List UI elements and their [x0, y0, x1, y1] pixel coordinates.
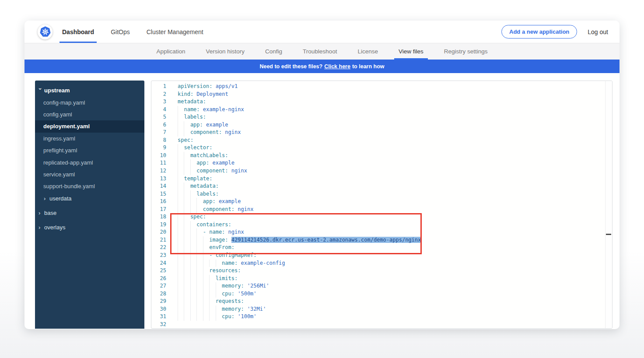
code-line-30[interactable]: 30 memory: '32Mi' [151, 305, 612, 313]
line-number: 19 [151, 221, 166, 229]
code-line-29[interactable]: 29 requests: [151, 298, 612, 305]
code-text: cpu: '500m' [178, 290, 257, 298]
code-line-10[interactable]: 10 matchLabels: [151, 152, 612, 160]
sub-nav-tabs: ApplicationVersion historyConfigTroubles… [24, 43, 620, 60]
code-line-11[interactable]: 11 app: example [151, 159, 612, 167]
code-text: cpu: '100m' [178, 313, 257, 321]
file-tree-item-userdata[interactable]: ›userdata [35, 193, 144, 204]
banner-text-suffix: to learn how [352, 63, 385, 70]
file-tree-item-support-bundle-yaml[interactable]: support-bundle.yaml [35, 180, 144, 192]
code-text: template: [178, 175, 212, 183]
line-number: 1 [151, 83, 166, 91]
code-line-6[interactable]: 6 app: example [151, 121, 612, 129]
editor-scrollbar[interactable] [605, 81, 612, 328]
kubernetes-logo-icon [38, 25, 52, 39]
line-number: 10 [151, 152, 166, 160]
code-line-16[interactable]: 16 app: example [151, 198, 612, 206]
code-line-18[interactable]: 18 spec: [151, 213, 612, 221]
chevron-right-icon: › [38, 224, 44, 231]
code-text: image: 429114214526.dkr.ecr.us-east-2.am… [178, 236, 422, 244]
code-line-23[interactable]: 23 - configMapRef: [151, 252, 612, 260]
code-line-14[interactable]: 14 metadata: [151, 183, 612, 190]
main-nav-tabs: DashboardGitOpsCluster Management [62, 21, 203, 43]
code-text: matchLabels: [178, 152, 228, 160]
code-line-15[interactable]: 15 labels: [151, 190, 612, 198]
code-line-24[interactable]: 24 name: example-config [151, 260, 612, 267]
sub-tab-application[interactable]: Application [156, 43, 185, 60]
file-tree-item-base[interactable]: ›base [35, 207, 144, 219]
code-line-26[interactable]: 26 limits: [151, 275, 612, 283]
code-line-17[interactable]: 17 component: nginx [151, 206, 612, 214]
code-line-20[interactable]: 20 - name: nginx [151, 228, 612, 236]
sub-tab-view-files[interactable]: View files [399, 43, 424, 60]
code-text: labels: [178, 113, 206, 121]
view-files-content: ›upstreamconfig-map.yamlconfig.yamldeplo… [24, 73, 620, 329]
code-line-9[interactable]: 9 selector: [151, 144, 612, 152]
selected-text: 429114214526.dkr.ecr.us-east-2.amazonaws… [231, 237, 421, 243]
code-line-12[interactable]: 12 component: nginx [151, 167, 612, 175]
logout-link[interactable]: Log out [588, 28, 608, 35]
nav-tab-dashboard[interactable]: Dashboard [62, 21, 94, 43]
code-line-1[interactable]: 1apiVersion: apps/v1 [151, 83, 612, 91]
code-line-13[interactable]: 13 template: [151, 175, 612, 183]
sub-tab-license[interactable]: License [357, 43, 378, 60]
file-tree-item-upstream[interactable]: ›upstream [35, 84, 144, 96]
code-text: name: example-nginx [178, 106, 244, 114]
code-line-3[interactable]: 3metadata: [151, 98, 612, 106]
scrollbar-cursor-marker [606, 234, 611, 235]
code-line-21[interactable]: 21 image: 429114214526.dkr.ecr.us-east-2… [151, 236, 612, 244]
code-line-2[interactable]: 2kind: Deployment [151, 91, 612, 98]
header-actions: Add a new application Log out [501, 21, 608, 43]
line-number: 7 [151, 129, 166, 137]
line-number: 3 [151, 98, 166, 106]
code-text: component: nginx [178, 129, 241, 137]
file-tree-item-config-yaml[interactable]: config.yaml [35, 109, 144, 120]
nav-tab-gitops[interactable]: GitOps [111, 21, 130, 43]
nav-tab-cluster-management[interactable]: Cluster Management [147, 21, 203, 43]
code-text: selector: [178, 144, 212, 152]
code-text: component: nginx [178, 206, 253, 214]
code-line-4[interactable]: 4 name: example-nginx [151, 106, 612, 114]
code-line-8[interactable]: 8spec: [151, 137, 612, 144]
code-line-27[interactable]: 27 memory: '256Mi' [151, 282, 612, 290]
text-cursor [421, 237, 422, 242]
sub-tab-config[interactable]: Config [265, 43, 282, 60]
file-tree-item-config-map-yaml[interactable]: config-map.yaml [35, 96, 144, 108]
code-text: metadata: [178, 98, 206, 106]
add-application-button[interactable]: Add a new application [501, 25, 577, 39]
code-text: app: example [178, 198, 241, 206]
code-text: spec: [178, 137, 193, 144]
code-text: app: example [178, 159, 234, 167]
code-line-28[interactable]: 28 cpu: '500m' [151, 290, 612, 298]
line-number: 4 [151, 106, 166, 114]
file-tree-item-overlays[interactable]: ›overlays [35, 221, 144, 233]
file-tree-item-replicated-app-yaml[interactable]: replicated-app.yaml [35, 156, 144, 168]
file-tree-label: config.yaml [43, 111, 72, 118]
code-text: - name: nginx [178, 228, 244, 236]
code-lines: 1apiVersion: apps/v12kind: Deployment3me… [151, 83, 612, 329]
code-line-22[interactable]: 22 envFrom: [151, 244, 612, 252]
file-tree-item-preflight-yaml[interactable]: preflight.yaml [35, 144, 144, 156]
sub-tab-troubleshoot[interactable]: Troubleshoot [303, 43, 337, 60]
sub-tab-version-history[interactable]: Version history [206, 43, 245, 60]
code-line-7[interactable]: 7 component: nginx [151, 129, 612, 137]
line-number: 32 [151, 321, 166, 329]
file-tree-item-service-yaml[interactable]: service.yaml [35, 168, 144, 180]
file-tree-label: upstream [44, 87, 70, 94]
code-text: apiVersion: apps/v1 [178, 83, 238, 91]
sub-tab-registry-settings[interactable]: Registry settings [444, 43, 488, 60]
file-tree-item-deployment-yaml[interactable]: deployment.yaml [35, 120, 144, 132]
line-number: 9 [151, 144, 166, 152]
line-number: 27 [151, 282, 166, 290]
code-line-19[interactable]: 19 containers: [151, 221, 612, 229]
file-tree-label: service.yaml [43, 171, 75, 178]
code-line-32[interactable]: 32 [151, 321, 612, 329]
file-tree-label: preflight.yaml [43, 147, 77, 154]
click-here-link[interactable]: Click here [324, 63, 350, 70]
code-line-5[interactable]: 5 labels: [151, 113, 612, 121]
file-tree-item-ingress-yaml[interactable]: ingress.yaml [35, 133, 144, 144]
code-line-31[interactable]: 31 cpu: '100m' [151, 313, 612, 321]
code-line-25[interactable]: 25 resources: [151, 267, 612, 275]
banner-text-prefix: Need to edit these files? [259, 63, 322, 70]
code-editor[interactable]: 1apiVersion: apps/v12kind: Deployment3me… [151, 81, 612, 329]
